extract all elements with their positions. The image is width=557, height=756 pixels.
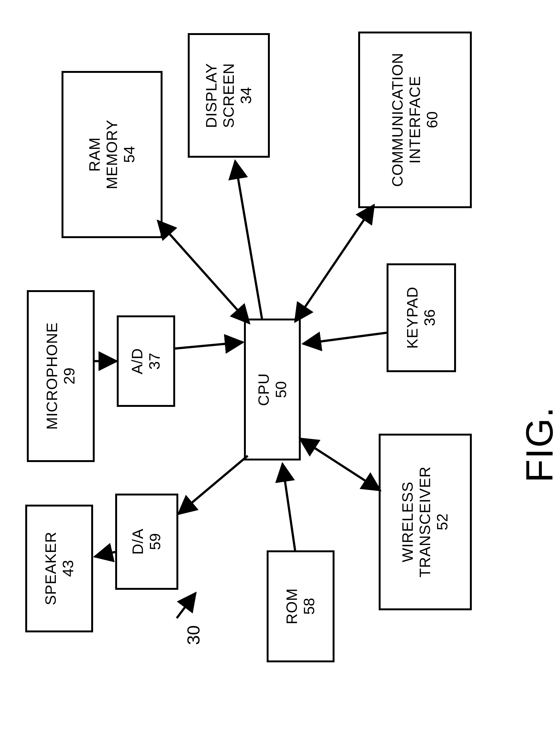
block-keypad: KEYPAD 36 <box>387 263 456 372</box>
diagram-canvas: CPU 50 RAMMEMORY 54 DISPLAYSCREEN 34 COM… <box>0 0 557 756</box>
block-microphone: MICROPHONE 29 <box>27 290 95 462</box>
block-cpu: CPU 50 <box>244 319 301 461</box>
svg-line-2 <box>295 205 374 322</box>
comm-label: COMMUNICATIONINTERFACE <box>389 53 423 187</box>
block-rom: ROM 58 <box>267 550 334 662</box>
da-label: D/A <box>130 529 146 555</box>
svg-line-6 <box>175 342 243 348</box>
wireless-num: 52 <box>434 513 451 530</box>
svg-line-10 <box>177 593 196 618</box>
svg-line-4 <box>300 438 380 491</box>
cpu-label: CPU <box>255 373 272 406</box>
speaker-label: SPEAKER <box>42 532 59 605</box>
da-num: 59 <box>147 533 164 550</box>
keypad-label: KEYPAD <box>404 287 421 349</box>
display-label: DISPLAYSCREEN <box>203 63 237 128</box>
rom-num: 58 <box>301 598 318 615</box>
svg-line-5 <box>283 464 295 550</box>
ram-label: RAMMEMORY <box>86 120 120 189</box>
block-wireless: WIRELESSTRANSCEIVER 52 <box>379 434 472 610</box>
keypad-num: 36 <box>421 309 438 326</box>
comm-num: 60 <box>424 111 441 128</box>
svg-line-8 <box>178 456 248 514</box>
wireless-label: WIRELESSTRANSCEIVER <box>400 467 434 577</box>
assembly-ref: 30 <box>183 625 204 645</box>
block-comm: COMMUNICATIONINTERFACE 60 <box>358 32 472 208</box>
display-num: 34 <box>238 87 255 104</box>
block-ram: RAMMEMORY 54 <box>62 71 163 238</box>
microphone-num: 29 <box>61 368 78 384</box>
microphone-label: MICROPHONE <box>43 322 60 430</box>
rom-label: ROM <box>284 588 300 625</box>
svg-line-1 <box>235 161 262 319</box>
speaker-num: 43 <box>60 560 77 577</box>
ram-num: 54 <box>121 146 138 163</box>
svg-line-3 <box>303 333 387 344</box>
ad-num: 37 <box>146 353 163 369</box>
svg-line-0 <box>158 221 249 323</box>
ad-label: A/D <box>129 348 145 374</box>
svg-line-9 <box>95 552 115 557</box>
block-da: D/A 59 <box>115 494 178 590</box>
cpu-num: 50 <box>273 381 289 398</box>
block-ad: A/D 37 <box>117 315 175 407</box>
block-display: DISPLAYSCREEN 34 <box>188 33 270 158</box>
block-speaker: SPEAKER 43 <box>25 505 93 632</box>
figure-label: FIG. 2 <box>518 407 557 482</box>
